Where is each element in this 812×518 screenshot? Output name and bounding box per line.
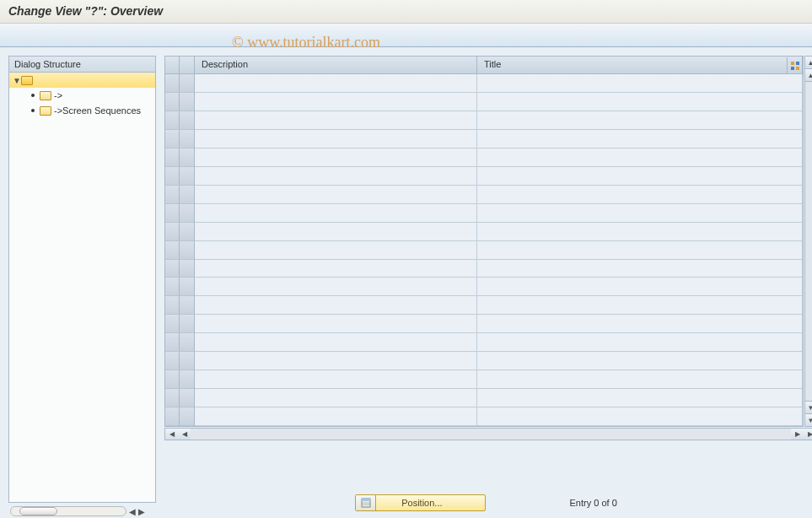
row-selector-header[interactable] [165, 57, 194, 74]
window-title: Change View "?": Overview [8, 4, 163, 18]
data-grid: Description Title [164, 56, 804, 427]
row-selector[interactable] [165, 296, 194, 315]
row-selector[interactable] [165, 260, 194, 278]
table-row[interactable] [195, 93, 803, 111]
row-selector[interactable] [165, 389, 194, 407]
table-settings-icon[interactable] [787, 57, 802, 73]
row-selector[interactable] [165, 278, 194, 296]
scroll-left-icon[interactable]: ◀ [165, 429, 178, 440]
row-selector[interactable] [165, 241, 194, 260]
row-selector[interactable] [165, 315, 194, 333]
scroll-up-icon[interactable]: ▲ [805, 69, 812, 82]
tree-header: Dialog Structure [9, 57, 155, 73]
position-icon [356, 495, 376, 510]
bullet-icon [31, 109, 35, 112]
svg-rect-5 [362, 499, 370, 501]
application-toolbar [0, 24, 812, 47]
tree-child1-label: -> [54, 90, 62, 100]
row-selector[interactable] [165, 352, 194, 370]
scroll-up-icon[interactable]: ▲ [805, 57, 812, 69]
row-selector[interactable] [165, 333, 194, 352]
table-row[interactable] [195, 130, 803, 148]
tree-horizontal-scrollbar[interactable]: ◀ ▶ [10, 505, 145, 518]
table-row[interactable] [195, 167, 803, 186]
main-content: Dialog Structure ▼ -> ->Screen Sequences [0, 47, 812, 518]
position-button[interactable]: Position... [355, 494, 485, 511]
grid-footer: Position... Entry 0 of 0 [169, 494, 804, 511]
vertical-scrollbar[interactable]: ▲ ▲ ▼ ▼ [804, 56, 812, 427]
position-button-label: Position... [376, 498, 484, 508]
tree-child-node-1[interactable]: -> [9, 88, 155, 103]
table-row[interactable] [195, 352, 803, 370]
table-row[interactable] [195, 278, 803, 296]
table-row[interactable] [195, 186, 803, 204]
table-row[interactable] [195, 148, 803, 167]
bullet-icon [31, 94, 35, 97]
scroll-left-icon[interactable]: ◀ [178, 429, 191, 440]
folder-open-icon [21, 76, 33, 85]
svg-rect-1 [796, 62, 799, 65]
table-row[interactable] [195, 111, 803, 130]
row-selector[interactable] [165, 111, 194, 130]
tree-body: ▼ -> ->Screen Sequences [9, 73, 155, 118]
row-selector-column [165, 57, 195, 426]
table-row[interactable] [195, 260, 803, 278]
row-selector[interactable] [165, 130, 194, 148]
scroll-right-icon[interactable]: ▶ [138, 507, 145, 516]
row-selector[interactable] [165, 93, 194, 111]
scrollbar-track[interactable] [10, 506, 126, 516]
tree-child-node-2[interactable]: ->Screen Sequences [9, 103, 155, 118]
window-title-bar: Change View "?": Overview [0, 0, 812, 24]
table-row[interactable] [195, 223, 803, 241]
row-selector[interactable] [165, 223, 194, 241]
svg-rect-0 [791, 62, 794, 65]
column-header-title[interactable]: Title [477, 57, 803, 73]
scroll-right-icon[interactable]: ▶ [804, 429, 812, 440]
folder-closed-icon [40, 91, 51, 100]
table-row[interactable] [195, 296, 803, 315]
folder-closed-icon [40, 106, 51, 116]
table-row[interactable] [195, 389, 803, 407]
dialog-structure-panel: Dialog Structure ▼ -> ->Screen Sequences [8, 56, 156, 503]
scroll-left-icon[interactable]: ◀ [129, 507, 136, 516]
row-selector[interactable] [165, 74, 194, 93]
table-row[interactable] [195, 204, 803, 223]
row-selector[interactable] [165, 370, 194, 389]
scroll-down-icon[interactable]: ▼ [805, 401, 812, 413]
row-selector[interactable] [165, 407, 194, 426]
tree-root-node[interactable]: ▼ [9, 73, 155, 88]
table-row[interactable] [195, 241, 803, 260]
table-row[interactable] [195, 370, 803, 389]
scroll-right-icon[interactable]: ▶ [791, 429, 804, 440]
svg-rect-2 [791, 67, 794, 70]
scroll-down-icon[interactable]: ▼ [805, 413, 812, 426]
entry-count-label: Entry 0 of 0 [570, 498, 617, 508]
row-selector[interactable] [165, 148, 194, 167]
grid-columns: Description Title [195, 57, 803, 426]
horizontal-scrollbar[interactable]: ◀ ◀ ▶ ▶ [164, 428, 812, 440]
row-selector[interactable] [165, 167, 194, 186]
grid-body [195, 74, 803, 426]
column-header-description[interactable]: Description [195, 57, 477, 73]
collapse-icon[interactable]: ▼ [13, 76, 21, 85]
table-row[interactable] [195, 407, 803, 426]
tree-child2-label: ->Screen Sequences [54, 105, 141, 116]
row-selector[interactable] [165, 186, 194, 204]
svg-rect-3 [796, 67, 799, 70]
table-row[interactable] [195, 74, 803, 93]
row-selector[interactable] [165, 204, 194, 223]
data-grid-panel: Description Title [164, 56, 804, 427]
scrollbar-thumb[interactable] [19, 507, 57, 515]
grid-header-row: Description Title [195, 57, 803, 74]
table-row[interactable] [195, 333, 803, 352]
table-row[interactable] [195, 315, 803, 333]
